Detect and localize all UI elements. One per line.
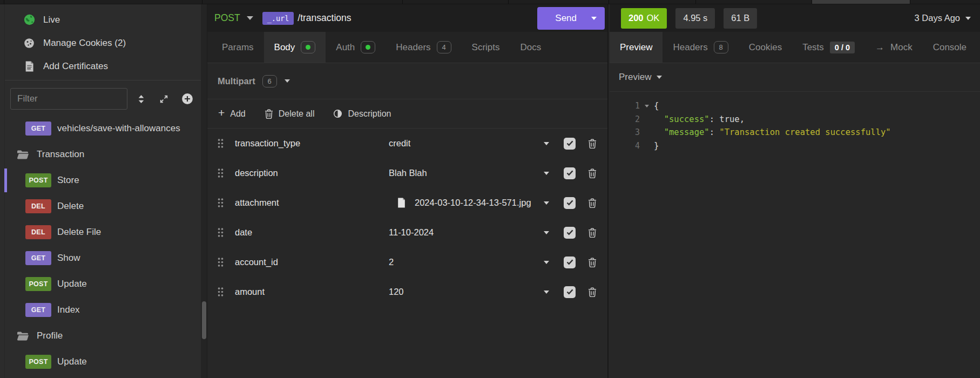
- request-list: GET vehicles/save-with-allowances Transa…: [0, 116, 201, 375]
- certificate-icon: [23, 61, 35, 72]
- form-value-input[interactable]: 2024-03-10-12-34-13-571.jpg: [389, 198, 544, 208]
- form-key-input[interactable]: account_id: [235, 257, 389, 267]
- manage-cookies-button[interactable]: Manage Cookies (2): [0, 31, 201, 55]
- add-request-icon[interactable]: [181, 93, 193, 105]
- form-key-input[interactable]: attachment: [235, 198, 389, 208]
- form-key-input[interactable]: date: [235, 227, 389, 238]
- value-options-caret-icon[interactable]: [544, 291, 549, 294]
- form-key-input[interactable]: transaction_type: [235, 138, 389, 148]
- send-button[interactable]: Send: [537, 7, 605, 30]
- tab[interactable]: Auth: [326, 32, 386, 63]
- delete-row-icon[interactable]: [588, 139, 597, 148]
- tab[interactable]: Cookies: [739, 32, 792, 63]
- form-key-input[interactable]: description: [235, 168, 389, 178]
- form-rows: transaction_type credit description Blah…: [207, 129, 607, 378]
- drag-handle-icon[interactable]: [218, 139, 224, 148]
- sort-icon[interactable]: [138, 94, 145, 104]
- fold-caret-icon[interactable]: [640, 105, 654, 107]
- line-number: 4: [610, 141, 640, 151]
- row-enabled-checkbox[interactable]: [564, 227, 576, 239]
- row-enabled-checkbox[interactable]: [564, 167, 576, 179]
- form-value-input[interactable]: 2: [389, 257, 544, 267]
- send-options-caret-icon[interactable]: [591, 17, 597, 20]
- delete-row-icon[interactable]: [588, 228, 597, 238]
- add-row-button[interactable]: Add: [218, 109, 246, 119]
- tab[interactable]: Preview: [610, 32, 663, 63]
- sidebar-request-item[interactable]: POST Update: [0, 349, 201, 375]
- add-certificates-button[interactable]: Add Certificates: [0, 55, 201, 78]
- cookie-icon: [23, 38, 35, 49]
- tab[interactable]: Params: [212, 32, 264, 63]
- line-number: 1: [610, 101, 640, 111]
- sidebar-request-item[interactable]: DEL Delete File: [0, 219, 201, 245]
- drag-handle-icon[interactable]: [218, 168, 224, 178]
- tab[interactable]: Headers 8: [663, 32, 738, 63]
- sidebar-scrollbar: [201, 4, 207, 378]
- body-type-dropdown[interactable]: Multipart: [218, 76, 255, 86]
- delete-row-icon[interactable]: [588, 168, 597, 178]
- url-environment-tag[interactable]: _.url: [262, 12, 294, 25]
- delete-all-button[interactable]: Delete all: [265, 109, 315, 119]
- sidebar-request-item[interactable]: GET Index: [0, 297, 201, 323]
- value-options-caret-icon[interactable]: [544, 172, 549, 175]
- tab[interactable]: Tests 0 / 0: [792, 32, 865, 63]
- method-badge: GET: [25, 122, 51, 136]
- form-value-input[interactable]: 11-10-2024: [389, 227, 544, 238]
- value-options-caret-icon[interactable]: [544, 142, 549, 145]
- delete-row-icon[interactable]: [588, 287, 597, 297]
- row-enabled-checkbox[interactable]: [564, 256, 576, 268]
- form-value-input[interactable]: Blah Blah: [389, 168, 544, 178]
- value-options-caret-icon[interactable]: [544, 261, 549, 264]
- sidebar-request-item[interactable]: POST Store: [0, 167, 201, 193]
- sidebar-divider: [4, 80, 201, 80]
- tab[interactable]: Body: [264, 32, 326, 63]
- row-enabled-checkbox[interactable]: [564, 197, 576, 209]
- check-icon: [566, 200, 573, 206]
- response-history-dropdown[interactable]: 3 Days Ago: [915, 13, 971, 23]
- form-actions-row: Add Delete all Description: [207, 99, 607, 129]
- sidebar-folder-item[interactable]: Profile: [0, 323, 201, 349]
- method-caret-icon[interactable]: [247, 16, 253, 20]
- form-value-input[interactable]: 120: [389, 287, 544, 297]
- sidebar-request-item[interactable]: GET Show: [0, 245, 201, 271]
- drag-handle-icon[interactable]: [218, 198, 224, 207]
- tab[interactable]: Docs: [510, 32, 552, 63]
- code-line: 4 }: [610, 139, 980, 153]
- sidebar-request-item[interactable]: GET vehicles/save-with-allowances: [0, 116, 201, 141]
- sidebar-folder-item[interactable]: Transaction: [0, 141, 201, 167]
- history-caret-icon: [965, 17, 971, 20]
- toggle-description-button[interactable]: Description: [333, 109, 391, 119]
- request-label: vehicles/save-with-allowances: [57, 123, 180, 134]
- tab[interactable]: Headers 4: [386, 32, 461, 63]
- tab[interactable]: Mock: [865, 32, 923, 63]
- active-window-tab[interactable]: [812, 0, 910, 4]
- tab[interactable]: Scripts: [462, 32, 510, 63]
- value-options-caret-icon[interactable]: [544, 201, 549, 205]
- row-enabled-checkbox[interactable]: [564, 286, 576, 298]
- row-enabled-checkbox[interactable]: [564, 138, 576, 150]
- folder-icon: [17, 150, 29, 159]
- sidebar-request-item[interactable]: DEL Delete: [0, 193, 201, 219]
- form-key-input[interactable]: amount: [235, 287, 389, 297]
- environment-selector[interactable]: Live: [0, 8, 201, 31]
- method-dropdown[interactable]: POST: [214, 12, 240, 24]
- tab[interactable]: Console: [923, 32, 977, 63]
- body-type-row: Multipart 6: [207, 63, 607, 99]
- expand-icon[interactable]: [159, 94, 168, 104]
- preview-mode-dropdown[interactable]: Preview: [610, 63, 980, 92]
- sidebar-scrollbar-thumb[interactable]: [202, 301, 206, 339]
- drag-handle-icon[interactable]: [218, 287, 224, 296]
- body-type-caret-icon[interactable]: [285, 79, 290, 83]
- drag-handle-icon[interactable]: [218, 228, 224, 237]
- delete-row-icon[interactable]: [588, 198, 597, 208]
- delete-row-icon[interactable]: [588, 258, 597, 267]
- check-icon: [566, 230, 573, 235]
- filter-input[interactable]: [10, 88, 127, 110]
- trash-icon: [265, 109, 273, 119]
- request-label: Store: [57, 175, 79, 186]
- value-options-caret-icon[interactable]: [544, 231, 549, 234]
- url-path[interactable]: /transactions: [298, 12, 351, 24]
- drag-handle-icon[interactable]: [218, 258, 224, 267]
- sidebar-request-item[interactable]: POST Update: [0, 271, 201, 297]
- form-value-input[interactable]: credit: [389, 138, 544, 148]
